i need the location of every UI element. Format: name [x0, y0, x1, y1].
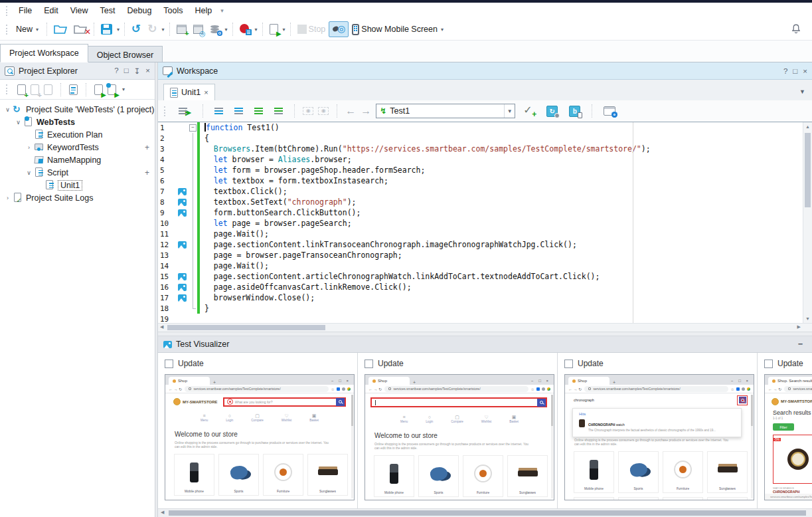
- undo-button[interactable]: ↺: [128, 22, 144, 37]
- tree-item-project-suite-logs[interactable]: ›Project Suite Logs: [0, 191, 155, 204]
- editor-line-2[interactable]: 2{: [158, 133, 803, 144]
- code-text[interactable]: page = browser.pageTransoceanChronograph…: [204, 251, 402, 260]
- expander-icon[interactable]: ›: [3, 195, 13, 201]
- add-checkpoint-button[interactable]: +: [520, 104, 538, 118]
- open-file-button[interactable]: [50, 22, 70, 37]
- code-lines[interactable]: 1function Test1()2{3 Browsers.Item(btChr…: [158, 122, 803, 323]
- code-text[interactable]: page.Wait();: [204, 261, 269, 270]
- add-item-button[interactable]: +: [17, 84, 26, 95]
- visualizer-thumbnail-1[interactable]: Shop+− □ × ← → ↻services.smartbear.com/s…: [165, 374, 355, 500]
- scroll-up-icon[interactable]: ▲: [803, 124, 812, 129]
- expander-icon[interactable]: ›: [24, 144, 34, 151]
- file-list-dropdown[interactable]: ▼: [799, 88, 812, 95]
- add-existing-item-button-disabled[interactable]: [44, 84, 52, 95]
- menu-debug[interactable]: Debug: [122, 4, 158, 17]
- web-wizard-button[interactable]: ↻: [543, 104, 561, 119]
- tree-item-project-suite-webtests-1-project[interactable]: ∨↻Project Suite 'WebTests' (1 project): [0, 103, 155, 116]
- navigate-back-button[interactable]: ←: [345, 106, 356, 116]
- tab-object-browser[interactable]: Object Browser: [88, 46, 163, 62]
- code-text[interactable]: page.sectionContent.articleChronographWa…: [204, 272, 600, 281]
- menu-tools[interactable]: Tools: [157, 4, 189, 17]
- scroll-right-icon[interactable]: ▶: [797, 324, 801, 330]
- run-options-arrow[interactable]: ▾: [121, 86, 126, 92]
- scrollbar-thumb[interactable]: [167, 325, 325, 330]
- menu-view[interactable]: View: [64, 4, 94, 17]
- revert-format-button[interactable]: [271, 109, 286, 113]
- editor-line-5[interactable]: 5 let form = browser.pageShop.header.for…: [158, 165, 803, 175]
- hide-code-button-disabled[interactable]: ◉: [303, 107, 313, 115]
- stop-button[interactable]: Stop: [294, 23, 329, 36]
- pin-button[interactable]: ↧: [134, 66, 141, 76]
- close-file-button[interactable]: ✕: [70, 22, 90, 37]
- menu-help[interactable]: Help: [189, 4, 218, 17]
- editor-horizontal-scrollbar[interactable]: ◀ ▶: [158, 323, 812, 332]
- redo-button[interactable]: ↻: [144, 22, 160, 37]
- save-dropdown-arrow[interactable]: ▾: [116, 27, 121, 33]
- uncomment-block-button[interactable]: [231, 109, 246, 113]
- editor-vertical-scrollbar[interactable]: ▲ ▼: [803, 122, 812, 323]
- minimize-button[interactable]: −: [798, 340, 807, 349]
- editor-line-19[interactable]: 19: [158, 314, 803, 323]
- scrollbar-thumb[interactable]: [805, 133, 811, 207]
- editor-options-button[interactable]: [600, 104, 619, 118]
- editor-line-8[interactable]: 8 textbox.SetText("chronograph");: [158, 197, 803, 207]
- code-text[interactable]: let form = browser.pageShop.header.formS…: [204, 165, 425, 175]
- run-dropdown-arrow[interactable]: ▾: [282, 27, 287, 33]
- visualizer-splitter[interactable]: [158, 332, 812, 336]
- show-code-button-disabled[interactable]: ◉: [318, 107, 329, 115]
- visualizer-image-marker-icon[interactable]: [178, 188, 187, 195]
- update-checkbox-label[interactable]: Update: [365, 359, 557, 368]
- float-button[interactable]: □: [793, 67, 797, 75]
- code-text[interactable]: browserWindow.Close();: [204, 293, 315, 302]
- menu-test[interactable]: Test: [94, 4, 122, 17]
- editor-line-11[interactable]: 11 page.Wait();: [158, 229, 803, 239]
- visualizer-thumbnail-3[interactable]: Shop+− □ × ← → ↻services.smartbear.com/s…: [564, 374, 754, 500]
- tab-unit1[interactable]: Unit1 ×: [163, 84, 215, 101]
- tree-item-script[interactable]: ∨Script+: [0, 166, 155, 179]
- code-text[interactable]: textbox.Click();: [204, 187, 287, 196]
- expander-icon[interactable]: ∨: [24, 169, 34, 176]
- scroll-left-icon[interactable]: ◀: [161, 510, 164, 515]
- update-checkbox[interactable]: [365, 360, 373, 368]
- editor-line-12[interactable]: 12 page.sectionContent.linkTransoceanChr…: [158, 239, 803, 250]
- run-current-routine-button[interactable]: ▶: [175, 103, 195, 119]
- visualizer-image-marker-icon[interactable]: [178, 209, 187, 217]
- editor-line-6[interactable]: 6 let textbox = form.textboxInstasearch;: [158, 175, 803, 186]
- test-selector-combobox[interactable]: ↯ Test1 ▼: [376, 104, 515, 118]
- float-button[interactable]: □: [124, 66, 129, 76]
- editor-line-10[interactable]: 10 let page = browser.pageSearch;: [158, 218, 803, 229]
- update-checkbox[interactable]: [564, 360, 573, 368]
- show-mobile-screen-button[interactable]: Show Mobile Screen ▾: [349, 22, 448, 37]
- code-text[interactable]: textbox.SetText("chronograph");: [204, 197, 357, 207]
- menu-overflow-arrow[interactable]: ▾: [218, 7, 226, 14]
- editor-line-1[interactable]: 1function Test1(): [158, 122, 803, 133]
- record-dropdown-arrow[interactable]: ▾: [254, 27, 259, 33]
- editor-line-15[interactable]: 15 page.sectionContent.articleChronograp…: [158, 271, 803, 282]
- save-button[interactable]: [98, 22, 116, 37]
- notifications-button[interactable]: [787, 21, 805, 38]
- update-checkbox-label[interactable]: Update: [764, 359, 812, 368]
- visualizer-horizontal-scrollbar[interactable]: ◀: [158, 508, 812, 517]
- menu-edit[interactable]: Edit: [38, 4, 64, 17]
- menu-file[interactable]: File: [13, 4, 38, 17]
- tree-item-unit1[interactable]: Unit1: [0, 179, 155, 191]
- visualizer-image-marker-icon[interactable]: [178, 273, 187, 280]
- editor-line-3[interactable]: 3 Browsers.Item(btChrome).Run("https://s…: [158, 144, 803, 154]
- navigate-forward-button[interactable]: →: [361, 106, 371, 116]
- scroll-left-icon[interactable]: ◀: [160, 324, 163, 330]
- visualizer-image-marker-icon[interactable]: [178, 199, 187, 206]
- fold-collapse-icon[interactable]: [189, 122, 197, 133]
- editor-line-13[interactable]: 13 page = browser.pageTransoceanChronogr…: [158, 250, 803, 260]
- visualizer-thumbnail-4[interactable]: Shop. Search result for− □ × ← → ↻servic…: [764, 374, 812, 500]
- tree-item-namemapping[interactable]: NameMapping: [0, 154, 155, 166]
- pause-on-spy-button[interactable]: ◎: [329, 21, 349, 37]
- code-text[interactable]: form.buttonSearch.ClickButton();: [204, 208, 361, 217]
- add-new-item-button-disabled[interactable]: +: [31, 84, 39, 95]
- code-text[interactable]: }: [204, 304, 209, 313]
- tab-project-workspace[interactable]: Project Workspace: [0, 44, 88, 62]
- tree-item-webtests[interactable]: ∨WebTests: [0, 116, 155, 128]
- editor-line-17[interactable]: 17 browserWindow.Close();: [158, 292, 803, 303]
- code-text[interactable]: let page = browser.pageSearch;: [204, 219, 352, 228]
- visualizer-image-marker-icon[interactable]: [178, 284, 187, 291]
- run-test-button[interactable]: ▶: [266, 22, 282, 37]
